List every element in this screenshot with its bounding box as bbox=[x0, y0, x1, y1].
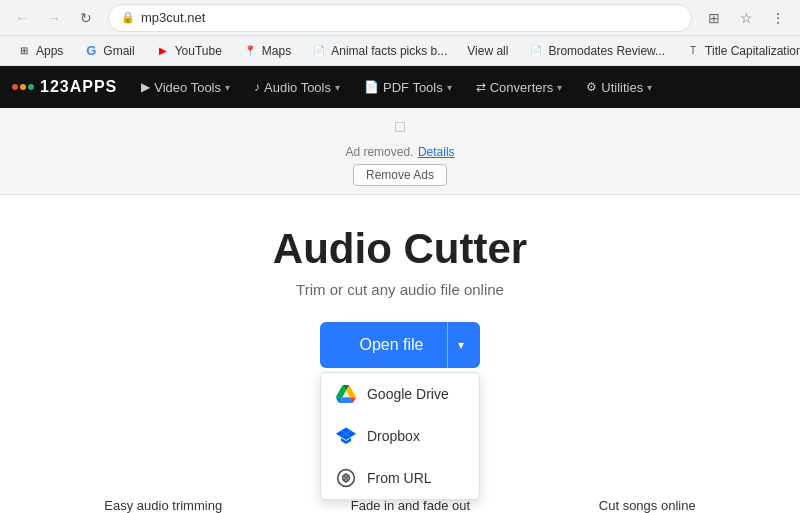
ad-details-link[interactable]: Details bbox=[418, 145, 455, 159]
extensions-button[interactable]: ⊞ bbox=[700, 4, 728, 32]
url-display: mp3cut.net bbox=[141, 10, 679, 25]
back-button[interactable]: ← bbox=[8, 4, 36, 32]
logo-dots bbox=[12, 84, 34, 90]
nav-converters[interactable]: ⇄ Converters ▾ bbox=[466, 74, 573, 101]
open-file-button[interactable]: Open file ▾ bbox=[320, 322, 480, 368]
bookmark-button[interactable]: ☆ bbox=[732, 4, 760, 32]
bookmark-maps-label: Maps bbox=[262, 44, 291, 58]
ad-removed-text: Ad removed. bbox=[345, 145, 413, 159]
bookmark-gmail[interactable]: G Gmail bbox=[75, 39, 142, 63]
ad-removed-text-row: Ad removed. Details bbox=[345, 142, 454, 160]
logo-text: 123APPS bbox=[40, 78, 117, 96]
nav-buttons: ← → ↻ bbox=[8, 4, 100, 32]
nav-video-tools-label: Video Tools bbox=[154, 80, 221, 95]
refresh-button[interactable]: ↻ bbox=[72, 4, 100, 32]
address-bar[interactable]: 🔒 mp3cut.net bbox=[108, 4, 692, 32]
open-file-dropdown: Google Drive Dropbox bbox=[320, 372, 480, 500]
bookmark-youtube-label: YouTube bbox=[175, 44, 222, 58]
bookmark-maps[interactable]: 📍 Maps bbox=[234, 39, 299, 63]
audio-tools-icon: ♪ bbox=[254, 80, 260, 94]
browser-toolbar: ← → ↻ 🔒 mp3cut.net ⊞ ☆ ⋮ bbox=[0, 0, 800, 36]
remove-ads-button[interactable]: Remove Ads bbox=[353, 164, 447, 186]
from-url-label: From URL bbox=[367, 470, 432, 486]
animal-facts-icon: 📄 bbox=[311, 43, 327, 59]
page-wrapper: ← → ↻ 🔒 mp3cut.net ⊞ ☆ ⋮ ⊞ Apps G Gmail … bbox=[0, 0, 800, 513]
bromodates-icon: 📄 bbox=[528, 43, 544, 59]
lock-icon: 🔒 bbox=[121, 11, 135, 24]
bookmark-bromodates[interactable]: 📄 Bromodates Review... bbox=[520, 39, 673, 63]
bookmarks-bar: ⊞ Apps G Gmail ▶ YouTube 📍 Maps 📄 Animal… bbox=[0, 36, 800, 66]
bookmark-gmail-label: Gmail bbox=[103, 44, 134, 58]
nav-utilities-label: Utilities bbox=[601, 80, 643, 95]
bookmark-bromodates-label: Bromodates Review... bbox=[548, 44, 665, 58]
content-area: □ Ad removed. Details Remove Ads Audio C… bbox=[0, 108, 800, 513]
browser-actions: ⊞ ☆ ⋮ bbox=[700, 4, 792, 32]
bookmark-view-all-label: View all bbox=[467, 44, 508, 58]
google-drive-icon bbox=[335, 383, 357, 405]
dropdown-dropbox[interactable]: Dropbox bbox=[321, 415, 479, 457]
bookmark-apps-label: Apps bbox=[36, 44, 63, 58]
url-icon bbox=[335, 467, 357, 489]
hero-section: Audio Cutter Trim or cut any audio file … bbox=[253, 195, 547, 368]
open-file-chevron-icon: ▾ bbox=[447, 322, 464, 368]
dot-green bbox=[28, 84, 34, 90]
nav-pdf-tools-label: PDF Tools bbox=[383, 80, 443, 95]
bookmark-view-all[interactable]: View all bbox=[459, 39, 516, 63]
youtube-icon: ▶ bbox=[155, 43, 171, 59]
maps-icon: 📍 bbox=[242, 43, 258, 59]
hero-subtitle: Trim or cut any audio file online bbox=[296, 281, 504, 298]
video-tools-chevron: ▾ bbox=[225, 82, 230, 93]
feature-fade: Fade in and fade out bbox=[351, 498, 470, 513]
video-tools-icon: ▶ bbox=[141, 80, 150, 94]
bookmark-youtube[interactable]: ▶ YouTube bbox=[147, 39, 230, 63]
ad-removed-bar: □ Ad removed. Details Remove Ads bbox=[0, 108, 800, 195]
apps-icon: ⊞ bbox=[16, 43, 32, 59]
utilities-icon: ⚙ bbox=[586, 80, 597, 94]
pdf-tools-icon: 📄 bbox=[364, 80, 379, 94]
menu-button[interactable]: ⋮ bbox=[764, 4, 792, 32]
nav-video-tools[interactable]: ▶ Video Tools ▾ bbox=[131, 74, 240, 101]
feature-cut-songs: Cut songs online bbox=[599, 498, 696, 513]
open-file-wrapper: Open file ▾ bbox=[320, 322, 480, 368]
app-navbar: 123APPS ▶ Video Tools ▾ ♪ Audio Tools ▾ … bbox=[0, 66, 800, 108]
hero-title: Audio Cutter bbox=[273, 225, 527, 273]
feature-easy-trimming: Easy audio trimming bbox=[104, 498, 222, 513]
pdf-tools-chevron: ▾ bbox=[447, 82, 452, 93]
bookmark-title-cap[interactable]: T Title Capitalization... bbox=[677, 39, 800, 63]
gmail-icon: G bbox=[83, 43, 99, 59]
nav-audio-tools[interactable]: ♪ Audio Tools ▾ bbox=[244, 74, 350, 101]
dot-yellow bbox=[20, 84, 26, 90]
converters-chevron: ▾ bbox=[557, 82, 562, 93]
bookmark-animal-facts-label: Animal facts picks b... bbox=[331, 44, 447, 58]
title-cap-icon: T bbox=[685, 43, 701, 59]
dropdown-from-url[interactable]: From URL bbox=[321, 457, 479, 499]
open-file-label: Open file bbox=[336, 336, 447, 354]
converters-icon: ⇄ bbox=[476, 80, 486, 94]
audio-tools-chevron: ▾ bbox=[335, 82, 340, 93]
forward-button[interactable]: → bbox=[40, 4, 68, 32]
dropbox-icon bbox=[335, 425, 357, 447]
dropbox-label: Dropbox bbox=[367, 428, 420, 444]
app-logo: 123APPS bbox=[12, 78, 117, 96]
nav-converters-label: Converters bbox=[490, 80, 554, 95]
google-drive-label: Google Drive bbox=[367, 386, 449, 402]
bookmark-animal-facts[interactable]: 📄 Animal facts picks b... bbox=[303, 39, 455, 63]
nav-utilities[interactable]: ⚙ Utilities ▾ bbox=[576, 74, 662, 101]
bookmark-apps[interactable]: ⊞ Apps bbox=[8, 39, 71, 63]
utilities-chevron: ▾ bbox=[647, 82, 652, 93]
dropdown-google-drive[interactable]: Google Drive bbox=[321, 373, 479, 415]
dot-red bbox=[12, 84, 18, 90]
nav-audio-tools-label: Audio Tools bbox=[264, 80, 331, 95]
nav-pdf-tools[interactable]: 📄 PDF Tools ▾ bbox=[354, 74, 462, 101]
bookmark-title-cap-label: Title Capitalization... bbox=[705, 44, 800, 58]
ad-icon: □ bbox=[395, 118, 405, 136]
